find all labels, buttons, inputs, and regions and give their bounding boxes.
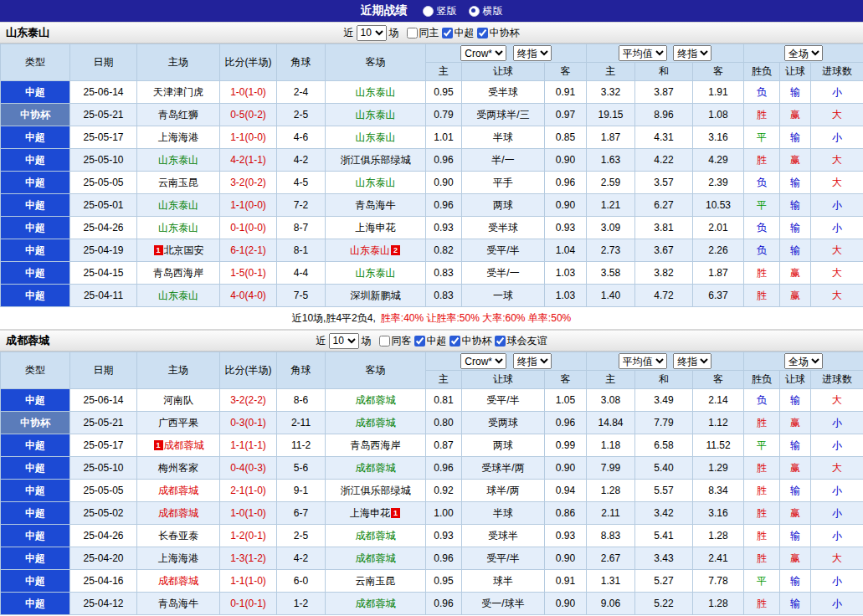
checkbox-input[interactable]	[495, 336, 506, 346]
away-team-cell[interactable]: 深圳新鹏城	[326, 285, 426, 307]
result-wdl-cell: 胜	[744, 104, 780, 126]
home-team-cell[interactable]: 山东泰山	[137, 285, 220, 307]
asia-home-odds-cell: 0.83	[426, 285, 462, 307]
checkbox-input[interactable]	[477, 28, 488, 38]
euro-final-select[interactable]: 终指	[673, 45, 711, 61]
checkbox-input[interactable]	[442, 28, 453, 38]
score-cell: 1-1(1-1)	[220, 434, 277, 457]
home-team-cell[interactable]: 云南玉昆	[137, 172, 220, 194]
euro-home-odds-cell: 3.09	[587, 217, 635, 239]
away-team-cell[interactable]: 成都蓉城	[326, 412, 426, 434]
away-team-cell[interactable]: 浙江俱乐部绿城	[326, 480, 426, 502]
away-team-cell[interactable]: 青岛西海岸	[326, 434, 426, 457]
home-team-cell[interactable]: 山东泰山	[137, 194, 220, 217]
bookmaker-select[interactable]: Crow*	[460, 45, 506, 61]
euro-final-select[interactable]: 终指	[673, 353, 711, 369]
away-team-cell[interactable]: 上海申花1	[326, 502, 426, 525]
checkbox-input[interactable]	[407, 28, 418, 38]
match-row: 中超25-05-02成都蓉城1-0(1-0)6-7上海申花11.00半球0.86…	[1, 502, 863, 525]
away-team-cell[interactable]: 山东泰山2	[326, 239, 426, 262]
away-team-cell[interactable]: 山东泰山	[326, 172, 426, 194]
away-team-cell[interactable]: 山东泰山	[326, 104, 426, 126]
home-team-cell[interactable]: 山东泰山	[137, 149, 220, 172]
home-team-cell[interactable]: 青岛海牛	[137, 593, 220, 615]
away-team-cell[interactable]: 上海申花	[326, 217, 426, 239]
filter-checkbox-1[interactable]: 中超	[414, 334, 447, 348]
result-wdl-cell: 胜	[744, 547, 780, 570]
away-team-cell[interactable]: 成都蓉城	[326, 525, 426, 547]
away-team-cell[interactable]: 青岛海牛	[326, 194, 426, 217]
subcol-asia-home: 主	[426, 371, 462, 389]
result-handicap-cell: 赢	[780, 285, 811, 307]
home-team-cell[interactable]: 长春亚泰	[137, 525, 220, 547]
filter-checkbox-2[interactable]: 中协杯	[449, 334, 492, 348]
euro-home-odds-cell: 1.63	[587, 149, 635, 172]
away-team-cell[interactable]: 云南玉昆	[326, 570, 426, 593]
checkbox-input[interactable]	[414, 336, 425, 346]
result-goals-cell: 小	[811, 434, 863, 457]
asia-final-select[interactable]: 终指	[513, 353, 552, 369]
filter-checkbox-1[interactable]: 中超	[442, 26, 475, 40]
home-team-cell[interactable]: 成都蓉城	[137, 502, 220, 525]
league-cell: 中超	[1, 525, 70, 547]
away-team-cell[interactable]: 山东泰山	[326, 126, 426, 149]
away-team-cell[interactable]: 山东泰山	[326, 262, 426, 285]
away-team-cell[interactable]: 浙江俱乐部绿城	[326, 149, 426, 172]
date-cell: 25-04-16	[70, 570, 137, 593]
home-team-cell[interactable]: 天津津门虎	[137, 81, 220, 104]
away-team-cell[interactable]: 成都蓉城	[326, 547, 426, 570]
summary-bar: 近10场,胜4平2负4, 胜率:40% 让胜率:50% 大率:60% 单率:50…	[0, 307, 863, 330]
match-count-select[interactable]: 10	[329, 333, 359, 349]
titlebar: 近期战绩 竖版横版	[0, 0, 863, 22]
checkbox-input[interactable]	[449, 336, 460, 346]
layout-radio-1[interactable]: 横版	[469, 4, 503, 18]
subcol-handicap: 让球	[462, 371, 545, 389]
home-team-cell[interactable]: 梅州客家	[137, 457, 220, 480]
red-card-badge: 2	[391, 245, 400, 255]
home-team-cell[interactable]: 河南队	[137, 389, 220, 412]
asia-final-select[interactable]: 终指	[513, 45, 552, 61]
asia-home-odds-cell: 0.87	[426, 434, 462, 457]
fulltime-select[interactable]: 全场	[784, 353, 823, 369]
filter-checkbox-0[interactable]: 同客	[379, 334, 412, 348]
corner-cell: 6-0	[277, 570, 326, 593]
result-goals-cell: 小	[811, 525, 863, 547]
euro-average-select[interactable]: 平均值	[619, 353, 667, 369]
match-row: 中超25-04-191北京国安6-1(2-1)8-1山东泰山20.82受平/半1…	[1, 239, 863, 262]
match-count-select[interactable]: 10	[357, 25, 387, 41]
home-team-cell[interactable]: 青岛红狮	[137, 104, 220, 126]
home-team-cell[interactable]: 成都蓉城	[137, 480, 220, 502]
home-team-cell[interactable]: 1成都蓉城	[137, 434, 220, 457]
asia-away-odds-cell: 0.96	[545, 172, 587, 194]
home-team-cell[interactable]: 青岛西海岸	[137, 262, 220, 285]
filter-checkbox-0[interactable]: 同主	[407, 26, 439, 40]
away-team-cell[interactable]: 山东泰山	[326, 81, 426, 104]
fulltime-select[interactable]: 全场	[784, 45, 823, 61]
subcol-euro-away: 客	[693, 371, 744, 389]
corner-cell: 8-6	[277, 389, 326, 412]
result-goals-cell: 小	[811, 480, 863, 502]
handicap-cell: 受平/半	[462, 239, 545, 262]
col-header-date: 日期	[70, 352, 137, 389]
league-cell: 中协杯	[1, 412, 70, 434]
team-name-text: 青岛西海岸	[153, 267, 203, 279]
away-team-cell[interactable]: 成都蓉城	[326, 593, 426, 615]
home-team-cell[interactable]: 1北京国安	[137, 239, 220, 262]
home-team-cell[interactable]: 成都蓉城	[137, 570, 220, 593]
home-team-cell[interactable]: 上海海港	[137, 126, 220, 149]
euro-draw-odds-cell: 8.96	[635, 104, 693, 126]
away-team-cell[interactable]: 成都蓉城	[326, 457, 426, 480]
corner-cell: 2-5	[277, 525, 326, 547]
checkbox-input[interactable]	[379, 336, 390, 346]
home-team-cell[interactable]: 上海海港	[137, 547, 220, 570]
home-team-cell[interactable]: 广西平果	[137, 412, 220, 434]
layout-radio-0[interactable]: 竖版	[423, 4, 457, 18]
home-team-cell[interactable]: 山东泰山	[137, 217, 220, 239]
filter-checkbox-3[interactable]: 球会友谊	[495, 334, 547, 348]
result-wdl-cell: 胜	[744, 412, 780, 434]
date-cell: 25-04-12	[70, 593, 137, 615]
euro-average-select[interactable]: 平均值	[619, 45, 667, 61]
away-team-cell[interactable]: 成都蓉城	[326, 389, 426, 412]
bookmaker-select[interactable]: Crow*	[460, 353, 506, 369]
filter-checkbox-2[interactable]: 中协杯	[477, 26, 520, 40]
